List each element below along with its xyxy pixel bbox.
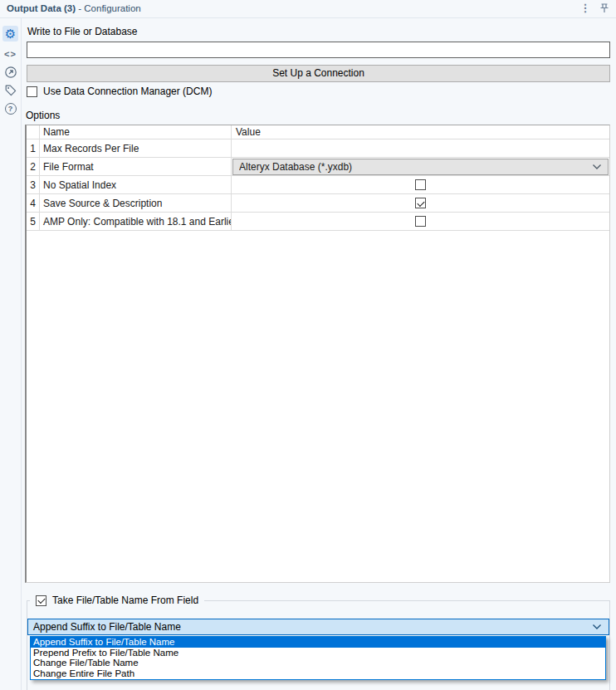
sidebar-item-annotation[interactable]: <> xyxy=(2,46,18,61)
sidebar-item-help[interactable]: ? xyxy=(2,100,18,116)
take-name-label: Take File/Table Name From Field xyxy=(52,595,198,606)
header-divider xyxy=(0,17,616,18)
options-label: Options xyxy=(26,110,60,121)
setup-connection-button[interactable]: Set Up a Connection xyxy=(27,65,610,82)
dropdown-option-append-suffix[interactable]: Append Suffix to File/Table Name xyxy=(31,637,605,648)
row-number: 4 xyxy=(27,194,40,212)
row-name: No Spatial Index xyxy=(40,176,232,193)
table-row: 5 AMP Only: Compatible with 18.1 and Ear… xyxy=(27,213,609,231)
options-table: Name Value 1 Max Records Per File 2 File… xyxy=(25,125,610,583)
row-name: Save Source & Description xyxy=(40,194,232,212)
row-name: Max Records Per File xyxy=(40,139,232,157)
pin-icon[interactable] xyxy=(598,2,611,15)
dcm-checkbox-label: Use Data Connection Manager (DCM) xyxy=(43,86,212,97)
row-number: 3 xyxy=(27,176,40,193)
sidebar-item-settings[interactable]: ⚙ xyxy=(2,26,18,42)
chevron-down-icon xyxy=(592,624,602,630)
row-number: 2 xyxy=(27,158,40,175)
tag-icon xyxy=(4,84,17,97)
table-row: 4 Save Source & Description xyxy=(27,194,609,213)
dropdown-option-prepend-prefix[interactable]: Prepend Prefix to File/Table Name xyxy=(31,648,605,658)
row-number: 5 xyxy=(27,213,40,230)
table-row: 1 Max Records Per File xyxy=(27,139,609,158)
arrow-circle-icon xyxy=(4,66,17,79)
file-path-input[interactable] xyxy=(27,42,610,58)
help-circle-icon: ? xyxy=(5,103,17,115)
dcm-checkbox-row: Use Data Connection Manager (DCM) xyxy=(27,86,212,97)
save-source-checkbox[interactable] xyxy=(415,198,426,208)
table-row: 2 File Format Alteryx Database (*.yxdb) xyxy=(27,158,609,176)
gear-icon: ⚙ xyxy=(5,27,16,40)
code-brackets-icon: <> xyxy=(4,49,17,59)
no-spatial-index-checkbox[interactable] xyxy=(415,179,426,190)
write-to-file-label: Write to File or Database xyxy=(27,26,138,37)
header-num-cell xyxy=(27,125,40,139)
name-mode-combobox[interactable]: Append Suffix to File/Table Name xyxy=(27,619,609,635)
header-name-cell: Name xyxy=(40,125,232,139)
title-suffix: - Configuration xyxy=(76,3,141,13)
tool-sidebar: ⚙ <> ? xyxy=(0,18,22,690)
file-format-value: Alteryx Database (*.yxdb) xyxy=(239,161,592,173)
tool-name: Output Data (3) xyxy=(7,3,76,13)
dcm-checkbox[interactable] xyxy=(27,86,37,97)
header-value-cell: Value xyxy=(232,125,609,139)
name-mode-dropdown-list: Append Suffix to File/Table Name Prepend… xyxy=(30,636,606,680)
file-format-dropdown[interactable]: Alteryx Database (*.yxdb) xyxy=(232,159,609,175)
take-name-checkbox[interactable] xyxy=(36,595,46,606)
table-row: 3 No Spatial Index xyxy=(27,176,609,194)
row-number: 1 xyxy=(27,139,40,157)
config-titlebar: Output Data (3) - Configuration ⋮ xyxy=(0,0,616,17)
dropdown-option-change-name[interactable]: Change File/Table Name xyxy=(31,658,605,668)
sidebar-item-performance[interactable] xyxy=(2,64,18,80)
row-name: AMP Only: Compatible with 18.1 and Earli… xyxy=(40,213,232,230)
max-records-value-cell[interactable] xyxy=(232,139,609,157)
name-mode-selected-value: Append Suffix to File/Table Name xyxy=(33,621,592,633)
dropdown-option-change-path[interactable]: Change Entire File Path xyxy=(31,668,605,679)
row-name: File Format xyxy=(40,158,232,175)
kebab-menu-icon[interactable]: ⋮ xyxy=(579,0,591,17)
amp-compat-checkbox[interactable] xyxy=(415,216,426,227)
take-name-group-label: Take File/Table Name From Field xyxy=(30,595,204,606)
sidebar-item-tag[interactable] xyxy=(2,82,18,98)
options-table-header: Name Value xyxy=(27,125,609,139)
chevron-down-icon xyxy=(592,164,602,170)
page-title: Output Data (3) - Configuration xyxy=(7,0,141,17)
